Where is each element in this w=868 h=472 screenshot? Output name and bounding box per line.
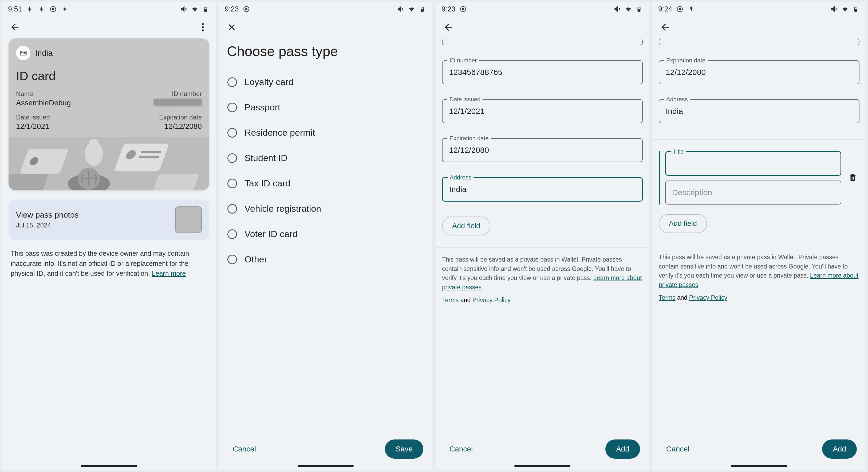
terms-link[interactable]: Terms <box>659 294 676 301</box>
status-bar: 9:23 <box>219 2 432 16</box>
privacy-link[interactable]: Privacy Policy <box>472 297 510 303</box>
status-time: 9:23 <box>225 5 239 13</box>
nav-bar <box>219 462 432 470</box>
tos-row: Terms and Privacy Policy <box>659 294 860 301</box>
back-button[interactable] <box>442 21 455 34</box>
radio-tax-id[interactable]: Tax ID card <box>225 171 426 196</box>
divider <box>652 139 866 139</box>
learn-more-link[interactable]: Learn more <box>152 270 186 277</box>
radio-icon <box>227 204 237 213</box>
private-pass-info: This pass will be saved as a private pas… <box>659 252 860 289</box>
circle-dot-icon <box>242 5 251 13</box>
svg-rect-32 <box>639 7 640 7</box>
radio-icon <box>227 128 237 138</box>
back-button[interactable] <box>659 21 672 34</box>
svg-rect-3 <box>204 9 207 11</box>
issued-label: Date issued <box>16 113 50 121</box>
radio-icon <box>227 255 237 264</box>
name-label: Name <box>16 90 71 98</box>
add-field-button[interactable]: Add field <box>659 214 707 233</box>
radio-icon <box>227 229 237 239</box>
address-field[interactable]: Address India <box>659 99 860 123</box>
date-issued-field[interactable]: Date issued 12/1/2021 <box>442 99 643 123</box>
status-time: 9:23 <box>441 5 456 13</box>
svg-point-7 <box>202 29 204 31</box>
photos-title: View pass photos <box>16 210 79 220</box>
radio-vehicle-registration[interactable]: Vehicle registration <box>225 196 426 221</box>
more-menu-button[interactable] <box>196 21 209 34</box>
svg-point-1 <box>52 8 54 10</box>
flash-icon <box>687 5 696 13</box>
circle-dot-icon <box>676 5 684 13</box>
cancel-button[interactable]: Cancel <box>228 441 261 457</box>
cancel-button[interactable]: Cancel <box>661 441 694 457</box>
custom-field-group: Title Description <box>659 151 860 205</box>
app-bar <box>2 16 216 38</box>
custom-description-field[interactable]: Description <box>665 180 841 205</box>
status-bar: 9:23 <box>436 2 649 16</box>
id-card[interactable]: India ID card Name AssembleDebug ID numb… <box>8 38 209 191</box>
gemini-icon <box>25 5 34 13</box>
svg-point-6 <box>202 26 204 28</box>
card-type: ID card <box>16 69 202 83</box>
add-button[interactable]: Add <box>822 439 857 459</box>
privacy-link[interactable]: Privacy Policy <box>689 294 727 301</box>
private-pass-info: This pass will be saved as a private pas… <box>442 255 643 292</box>
radio-student-id[interactable]: Student ID <box>225 145 426 171</box>
id-number-field[interactable]: ID number 123456788765 <box>442 60 643 84</box>
radio-icon <box>227 103 237 112</box>
status-time: 9:24 <box>658 5 672 13</box>
battery-icon <box>635 5 643 13</box>
radio-other[interactable]: Other <box>225 247 426 272</box>
exp-value: 12/12/2080 <box>159 122 202 131</box>
expiration-date-field[interactable]: Expiration date 12/12/2080 <box>442 138 643 162</box>
wifi-icon <box>191 5 199 13</box>
svg-rect-26 <box>421 9 423 11</box>
mute-icon <box>180 5 188 13</box>
radio-icon <box>227 179 237 188</box>
circle-dot-icon <box>49 5 57 13</box>
status-time: 9:51 <box>8 5 22 13</box>
add-button[interactable]: Add <box>606 439 640 459</box>
terms-link[interactable]: Terms <box>442 297 459 303</box>
page-title: Choose pass type <box>227 43 426 59</box>
battery-icon <box>201 5 210 13</box>
idnum-label: ID number <box>154 90 202 98</box>
mute-icon <box>830 5 839 13</box>
delete-field-button[interactable] <box>846 171 860 185</box>
radio-residence-permit[interactable]: Residence permit <box>225 120 426 145</box>
mute-icon <box>613 5 622 13</box>
address-field[interactable]: Address India <box>442 177 643 202</box>
radio-passport[interactable]: Passport <box>225 95 426 120</box>
exp-label: Expiration date <box>159 113 202 121</box>
svg-point-9 <box>21 52 23 53</box>
radio-voter-id[interactable]: Voter ID card <box>225 221 426 247</box>
divider <box>436 247 649 247</box>
close-button[interactable] <box>225 21 238 34</box>
save-button[interactable]: Save <box>385 439 423 459</box>
wifi-icon <box>841 5 849 13</box>
custom-title-field[interactable]: Title <box>665 151 841 176</box>
radio-icon <box>227 153 237 163</box>
svg-point-5 <box>202 23 204 25</box>
mute-icon <box>397 5 405 13</box>
svg-rect-37 <box>855 7 856 7</box>
partial-field-above[interactable] <box>442 38 643 45</box>
id-card-icon <box>16 46 30 60</box>
svg-point-29 <box>462 8 464 10</box>
back-button[interactable] <box>8 21 21 34</box>
svg-rect-22 <box>8 174 49 191</box>
svg-rect-18 <box>139 156 160 159</box>
card-country: India <box>35 48 53 58</box>
idnum-blurred <box>154 99 202 106</box>
screen-id-card-detail: 9:51 India ID card <box>2 2 216 470</box>
accent-bar <box>659 151 660 205</box>
cancel-button[interactable]: Cancel <box>445 441 477 457</box>
expiration-date-field[interactable]: Expiration date 12/12/2080 <box>659 60 860 84</box>
svg-rect-31 <box>638 9 640 11</box>
app-bar <box>436 16 649 38</box>
add-field-button[interactable]: Add field <box>442 216 490 235</box>
partial-field-above[interactable] <box>659 38 860 45</box>
view-pass-photos[interactable]: View pass photos Jul 15, 2024 <box>8 199 209 240</box>
radio-loyalty-card[interactable]: Loyalty card <box>225 69 426 95</box>
